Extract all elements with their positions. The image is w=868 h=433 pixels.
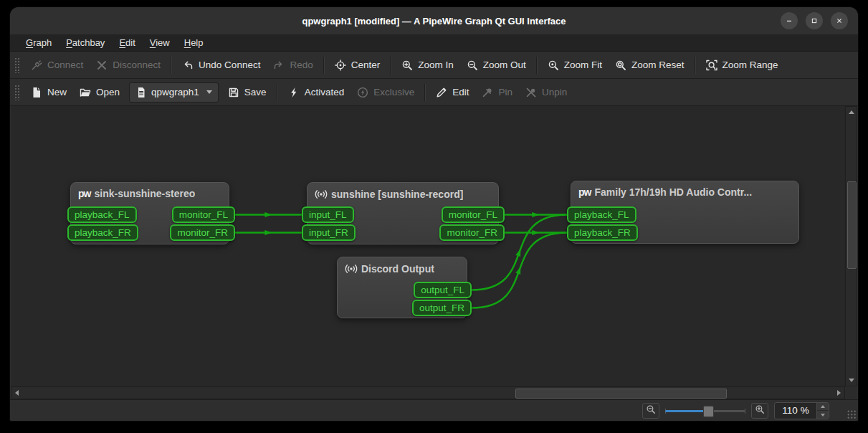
port-playback-fr[interactable]: playback_FR (567, 224, 638, 241)
toolbar-button-label: Zoom Range (722, 60, 778, 70)
stream-icon (315, 188, 328, 201)
node-header: sunshine [sunshine-record] (307, 183, 498, 201)
toolbar-button-label: Zoom Out (483, 60, 526, 70)
toolbar-button-activated[interactable]: Activated (282, 84, 351, 101)
toolbar-button-center[interactable]: Center (328, 57, 387, 74)
node-header: Discord Output (338, 257, 467, 275)
toolbar-graph: ConnectDisconnectUndo ConnectRedoCenterZ… (10, 52, 858, 79)
toolbar-button-label: New (47, 87, 67, 97)
new-icon (31, 87, 42, 98)
zoom-reset-icon (615, 60, 626, 71)
zoom-value[interactable]: 110 % (775, 405, 816, 416)
port-input-fl[interactable]: input_FL (302, 206, 354, 223)
port-monitor-fr[interactable]: monitor_FR (439, 224, 505, 241)
port-playback-fl[interactable]: playback_FL (567, 206, 636, 223)
vertical-scrollbar-thumb[interactable] (847, 181, 857, 269)
toolbar-button-label: Edit (452, 87, 469, 97)
toolbar-separator (171, 57, 172, 74)
scroll-left-button[interactable] (11, 387, 22, 398)
menu-item-help[interactable]: Help (177, 36, 211, 49)
horizontal-scrollbar[interactable] (11, 386, 845, 399)
toolbar-button-label: Save (244, 87, 267, 97)
toolbar-button-save[interactable]: Save (221, 84, 273, 101)
maximize-button[interactable] (806, 12, 823, 29)
minimize-button[interactable] (781, 12, 798, 29)
disconnect-icon (96, 60, 108, 71)
toolbar-button-disconnect[interactable]: Disconnect (90, 57, 167, 74)
zoom-out-button[interactable] (642, 403, 659, 419)
toolbar-button-redo[interactable]: Redo (267, 57, 319, 74)
close-icon (835, 16, 844, 25)
toolbar-button-label: Activated (305, 87, 345, 97)
toolbar-separator (390, 57, 391, 74)
zoom-slider[interactable] (665, 405, 745, 417)
toolbar-button-undo-connect[interactable]: Undo Connect (176, 57, 267, 74)
zoom-spinbox[interactable]: 110 % (774, 402, 829, 419)
connect-icon (31, 60, 42, 71)
graph-view: pwsink-sunshine-stereoplayback_FLplaybac… (11, 106, 857, 399)
menu-item-graph[interactable]: Graph (19, 36, 59, 49)
port-playback-fr[interactable]: playback_FR (67, 224, 138, 241)
zoom-out-icon (646, 404, 656, 414)
spin-up-button[interactable] (817, 402, 829, 410)
toolbar-patchbay: NewOpenqpwgraph1SaveActivatedExclusiveEd… (10, 79, 858, 106)
minimize-icon (785, 16, 793, 25)
port-output-fr[interactable]: output_FR (412, 300, 472, 316)
resize-grip[interactable] (847, 410, 857, 419)
scroll-down-button[interactable] (846, 375, 857, 386)
toolbar-button-label: Undo Connect (199, 60, 260, 70)
titlebar[interactable]: qpwgraph1 [modified] — A PipeWire Graph … (10, 7, 858, 35)
close-button[interactable] (831, 12, 848, 29)
node-title: sink-sunshine-stereo (94, 188, 195, 199)
toolbar-button-exclusive[interactable]: Exclusive (350, 84, 421, 101)
save-icon (228, 87, 239, 98)
toolbar-button-label: Redo (290, 60, 313, 70)
toolbar-button-zoom-in[interactable]: Zoom In (395, 57, 460, 74)
menu-item-edit[interactable]: Edit (112, 36, 142, 49)
toolbar-drag-handle[interactable] (14, 57, 20, 73)
toolbar-button-label: Center (351, 60, 381, 70)
toolbar-separator (424, 84, 426, 101)
screen: qpwgraph1 [modified] — A PipeWire Graph … (0, 0, 868, 433)
toolbar-drag-handle[interactable] (14, 85, 20, 100)
toolbar-button-zoom-fit[interactable]: Zoom Fit (541, 57, 609, 74)
toolbar-button-new[interactable]: New (24, 84, 73, 101)
redo-icon (273, 60, 285, 71)
node-header: pwsink-sunshine-stereo (71, 183, 229, 199)
menu-item-view[interactable]: View (143, 36, 177, 49)
toolbar-separator (323, 57, 325, 74)
zoom-in-button[interactable] (751, 403, 768, 419)
vertical-scrollbar[interactable] (845, 106, 857, 386)
toolbar-button-connect[interactable]: Connect (24, 57, 90, 74)
toolbar-button-unpin[interactable]: Unpin (519, 84, 573, 101)
activated-icon (288, 87, 300, 98)
toolbar-button-edit[interactable]: Edit (429, 84, 475, 101)
toolbar-button-pin[interactable]: Pin (475, 84, 519, 101)
wires-layer (11, 106, 844, 386)
toolbar-button-open[interactable]: Open (73, 84, 126, 101)
edit-icon (436, 87, 447, 98)
port-input-fr[interactable]: input_FR (302, 224, 356, 241)
port-playback-fl[interactable]: playback_FL (67, 206, 137, 223)
scroll-right-button[interactable] (834, 387, 844, 398)
unpin-icon (525, 87, 537, 98)
zoom-slider-handle[interactable] (703, 406, 714, 417)
port-monitor-fl[interactable]: monitor_FL (442, 206, 505, 223)
scroll-up-button[interactable] (846, 107, 857, 118)
patchbay-file-combobox[interactable]: qpwgraph1 (129, 82, 219, 103)
toolbar-button-zoom-out[interactable]: Zoom Out (460, 57, 533, 74)
node-title: Discord Output (361, 263, 434, 275)
graph-canvas[interactable]: pwsink-sunshine-stereoplayback_FLplaybac… (11, 106, 844, 386)
toolbar-button-zoom-range[interactable]: Zoom Range (700, 57, 785, 74)
port-monitor-fr[interactable]: monitor_FR (170, 224, 235, 241)
horizontal-scrollbar-thumb[interactable] (515, 389, 727, 399)
zoom-in-icon (401, 60, 413, 71)
spin-down-button[interactable] (817, 410, 829, 419)
arrow-up-icon (821, 405, 825, 408)
node-title: sunshine [sunshine-record] (331, 189, 463, 200)
port-monitor-fl[interactable]: monitor_FL (172, 206, 235, 223)
port-output-fl[interactable]: output_FL (414, 282, 472, 298)
toolbar-button-zoom-reset[interactable]: Zoom Reset (609, 57, 691, 74)
menu-item-patchbay[interactable]: Patchbay (59, 36, 112, 49)
node-title: Family 17h/19h HD Audio Contr... (594, 186, 752, 198)
